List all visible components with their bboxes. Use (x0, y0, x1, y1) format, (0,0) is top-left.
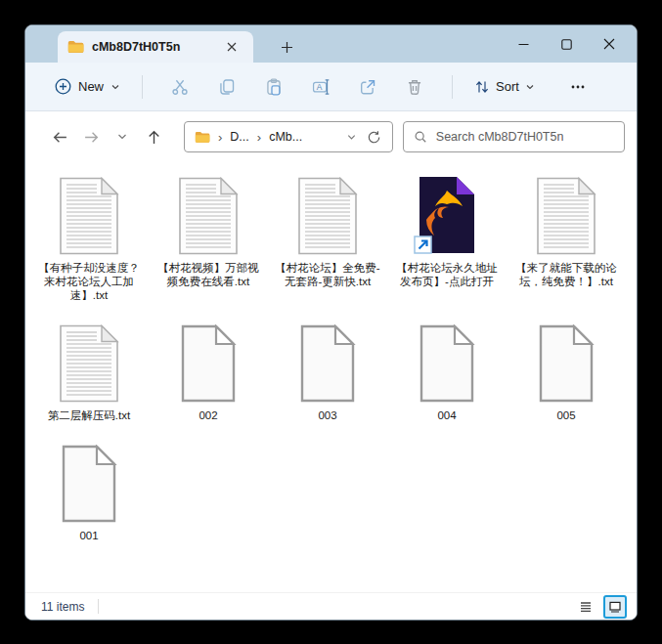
toolbar-separator (452, 75, 453, 99)
item-count: 11 items (41, 600, 84, 614)
more-options-button[interactable] (558, 69, 597, 105)
blank-file-icon (178, 324, 239, 403)
minimize-button[interactable] (502, 25, 545, 63)
file-item[interactable]: 004 (387, 323, 507, 422)
breadcrumb-separator: › (255, 130, 263, 145)
file-icon (50, 323, 128, 404)
blank-file-icon (417, 324, 477, 403)
explorer-tab[interactable]: cMb8D7tH0T5n (58, 31, 253, 63)
search-placeholder: Search cMb8D7tH0T5n (436, 130, 564, 144)
breadcrumb-separator: › (216, 130, 224, 145)
chevron-down-icon (116, 131, 128, 143)
plus-icon (281, 41, 293, 54)
file-name: 【村花视频】万部视频免费在线看.txt (154, 261, 263, 288)
address-bar[interactable]: › D... › cMb... (184, 121, 393, 152)
up-button[interactable] (139, 122, 168, 151)
close-icon (603, 38, 615, 50)
trash-icon (406, 78, 423, 96)
details-view-button[interactable] (574, 595, 597, 619)
paste-icon (265, 78, 283, 96)
file-name: 第二层解压码.txt (48, 408, 130, 422)
file-icon (288, 323, 367, 404)
file-name: 005 (556, 408, 575, 422)
file-icon (50, 176, 128, 256)
maximize-icon (561, 39, 572, 50)
thumbnail-view-icon (607, 599, 623, 615)
arrow-right-icon (83, 129, 100, 146)
paste-button[interactable] (254, 69, 293, 105)
arrow-left-icon (52, 129, 68, 146)
copy-button[interactable] (207, 69, 246, 105)
back-button[interactable] (45, 122, 74, 151)
file-item[interactable]: 【村花论坛永久地址发布页】-点此打开 (387, 176, 507, 302)
file-name: 【有种子却没速度？来村花论坛人工加速】.txt (34, 261, 144, 302)
close-window-button[interactable] (588, 25, 631, 63)
cut-icon (171, 78, 189, 96)
breadcrumb-item-drive[interactable]: D... (230, 130, 248, 144)
file-item[interactable]: 005 (507, 323, 626, 422)
new-button[interactable]: New (47, 72, 128, 101)
close-icon (226, 41, 238, 53)
maximize-button[interactable] (545, 25, 588, 63)
status-bar: 11 items (25, 592, 637, 620)
minimize-icon (518, 39, 529, 50)
file-item[interactable]: 【村花论坛】全免费-无套路-更新快.txt (268, 176, 387, 302)
sort-button-label: Sort (496, 79, 519, 94)
arrow-up-icon (146, 129, 162, 146)
file-grid: 【有种子却没速度？来村花论坛人工加速】.txt 【村花视频】万部视频免费在线看.… (25, 162, 637, 592)
sort-arrows-icon (474, 79, 490, 95)
tab-title: cMb8D7tH0T5n (92, 40, 212, 54)
cut-button[interactable] (160, 69, 199, 105)
address-dropdown-chevron-icon[interactable] (346, 132, 357, 143)
navigation-bar: › D... › cMb... Search cMb8D7tH0T5n (25, 111, 637, 162)
delete-button[interactable] (395, 69, 434, 105)
file-icon (408, 176, 486, 256)
file-name: 【来了就能下载的论坛，纯免费！】.txt (511, 261, 621, 288)
refresh-icon (367, 130, 381, 145)
file-icon (169, 176, 247, 256)
file-item[interactable]: 002 (149, 323, 268, 422)
share-icon (359, 78, 376, 96)
forward-button[interactable] (76, 122, 106, 151)
file-item[interactable]: 【有种子却没速度？来村花论坛人工加速】.txt (29, 176, 149, 302)
file-item[interactable]: 第二层解压码.txt (29, 323, 149, 422)
file-name: 【村花论坛永久地址发布页】-点此打开 (392, 261, 502, 288)
status-separator (98, 599, 99, 614)
txt-file-icon (57, 177, 121, 255)
file-name: 001 (79, 529, 98, 542)
rename-button[interactable]: A (301, 69, 340, 105)
tab-close-button[interactable] (220, 35, 243, 59)
new-tab-button[interactable] (275, 35, 298, 59)
file-icon (527, 323, 605, 404)
ellipsis-icon (570, 79, 586, 95)
file-icon (50, 444, 128, 524)
share-button[interactable] (348, 69, 387, 105)
file-name: 004 (437, 408, 456, 422)
search-box[interactable]: Search cMb8D7tH0T5n (403, 121, 625, 152)
file-item[interactable]: 003 (268, 323, 387, 422)
file-item[interactable]: 【村花视频】万部视频免费在线看.txt (149, 176, 268, 302)
txt-file-icon (295, 177, 360, 255)
command-toolbar: New (25, 63, 637, 111)
file-item[interactable]: 【来了就能下载的论坛，纯免费！】.txt (507, 176, 626, 302)
txt-file-icon (176, 177, 241, 255)
file-icon (408, 323, 486, 404)
sort-button[interactable]: Sort (466, 73, 543, 101)
txt-file-icon (534, 177, 598, 255)
breadcrumb-item-folder[interactable]: cMb... (269, 130, 302, 144)
folder-icon (67, 40, 84, 54)
list-view-icon (578, 599, 594, 615)
firefox-shortcut-icon (414, 175, 480, 257)
search-icon (414, 130, 427, 144)
refresh-button[interactable] (363, 125, 386, 149)
new-plus-circle-icon (55, 78, 71, 95)
recent-locations-button[interactable] (108, 122, 137, 151)
large-icons-view-button[interactable] (603, 595, 627, 619)
txt-file-icon (57, 324, 121, 403)
title-bar: cMb8D7tH0T5n (25, 25, 637, 63)
file-item[interactable]: 001 (29, 444, 149, 542)
chevron-down-icon (525, 82, 535, 92)
blank-file-icon (59, 445, 119, 523)
file-name: 【村花论坛】全免费-无套路-更新快.txt (273, 261, 382, 288)
folder-icon (195, 131, 210, 144)
